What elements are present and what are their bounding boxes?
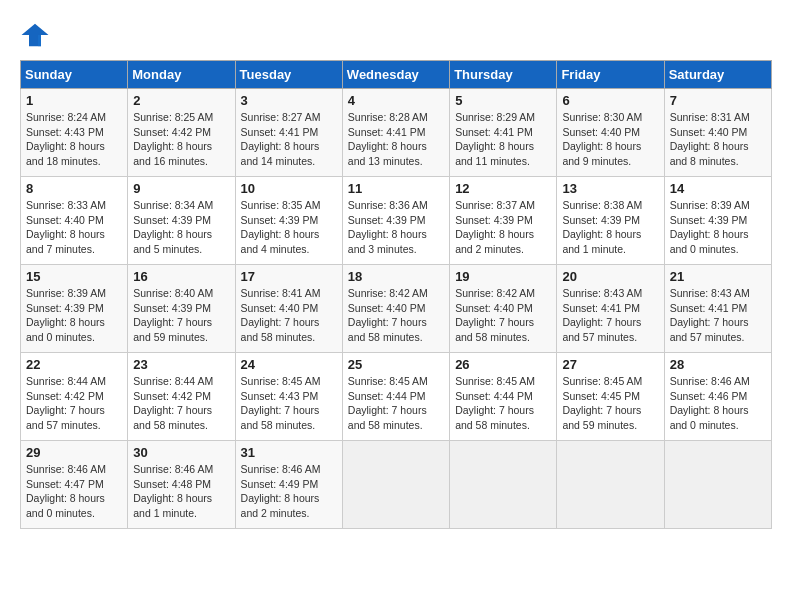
calendar-cell: 9 Sunrise: 8:34 AM Sunset: 4:39 PM Dayli…	[128, 177, 235, 265]
calendar-cell: 29 Sunrise: 8:46 AM Sunset: 4:47 PM Dayl…	[21, 441, 128, 529]
calendar-cell: 20 Sunrise: 8:43 AM Sunset: 4:41 PM Dayl…	[557, 265, 664, 353]
day-info: Sunrise: 8:24 AM Sunset: 4:43 PM Dayligh…	[26, 110, 122, 169]
svg-marker-0	[22, 24, 49, 47]
day-number: 19	[455, 269, 551, 284]
day-info: Sunrise: 8:45 AM Sunset: 4:43 PM Dayligh…	[241, 374, 337, 433]
day-info: Sunrise: 8:42 AM Sunset: 4:40 PM Dayligh…	[455, 286, 551, 345]
day-info: Sunrise: 8:40 AM Sunset: 4:39 PM Dayligh…	[133, 286, 229, 345]
logo-icon	[20, 20, 50, 50]
calendar-cell: 24 Sunrise: 8:45 AM Sunset: 4:43 PM Dayl…	[235, 353, 342, 441]
day-number: 14	[670, 181, 766, 196]
calendar-cell: 15 Sunrise: 8:39 AM Sunset: 4:39 PM Dayl…	[21, 265, 128, 353]
calendar-cell	[342, 441, 449, 529]
calendar-cell: 6 Sunrise: 8:30 AM Sunset: 4:40 PM Dayli…	[557, 89, 664, 177]
day-info: Sunrise: 8:46 AM Sunset: 4:48 PM Dayligh…	[133, 462, 229, 521]
calendar-week-row: 29 Sunrise: 8:46 AM Sunset: 4:47 PM Dayl…	[21, 441, 772, 529]
calendar-cell	[450, 441, 557, 529]
day-info: Sunrise: 8:44 AM Sunset: 4:42 PM Dayligh…	[133, 374, 229, 433]
day-number: 12	[455, 181, 551, 196]
calendar-week-row: 15 Sunrise: 8:39 AM Sunset: 4:39 PM Dayl…	[21, 265, 772, 353]
day-header-tuesday: Tuesday	[235, 61, 342, 89]
calendar-cell: 25 Sunrise: 8:45 AM Sunset: 4:44 PM Dayl…	[342, 353, 449, 441]
day-info: Sunrise: 8:46 AM Sunset: 4:49 PM Dayligh…	[241, 462, 337, 521]
day-number: 23	[133, 357, 229, 372]
calendar-cell: 3 Sunrise: 8:27 AM Sunset: 4:41 PM Dayli…	[235, 89, 342, 177]
calendar-cell: 10 Sunrise: 8:35 AM Sunset: 4:39 PM Dayl…	[235, 177, 342, 265]
calendar-cell: 5 Sunrise: 8:29 AM Sunset: 4:41 PM Dayli…	[450, 89, 557, 177]
day-number: 2	[133, 93, 229, 108]
day-info: Sunrise: 8:45 AM Sunset: 4:45 PM Dayligh…	[562, 374, 658, 433]
page-header	[20, 20, 772, 50]
day-number: 29	[26, 445, 122, 460]
day-number: 16	[133, 269, 229, 284]
day-number: 13	[562, 181, 658, 196]
day-info: Sunrise: 8:45 AM Sunset: 4:44 PM Dayligh…	[455, 374, 551, 433]
day-info: Sunrise: 8:33 AM Sunset: 4:40 PM Dayligh…	[26, 198, 122, 257]
day-number: 25	[348, 357, 444, 372]
day-number: 26	[455, 357, 551, 372]
day-info: Sunrise: 8:35 AM Sunset: 4:39 PM Dayligh…	[241, 198, 337, 257]
day-info: Sunrise: 8:43 AM Sunset: 4:41 PM Dayligh…	[562, 286, 658, 345]
day-info: Sunrise: 8:28 AM Sunset: 4:41 PM Dayligh…	[348, 110, 444, 169]
day-number: 9	[133, 181, 229, 196]
day-number: 10	[241, 181, 337, 196]
calendar-cell: 17 Sunrise: 8:41 AM Sunset: 4:40 PM Dayl…	[235, 265, 342, 353]
day-header-monday: Monday	[128, 61, 235, 89]
calendar-cell: 1 Sunrise: 8:24 AM Sunset: 4:43 PM Dayli…	[21, 89, 128, 177]
calendar-cell: 21 Sunrise: 8:43 AM Sunset: 4:41 PM Dayl…	[664, 265, 771, 353]
calendar-cell: 28 Sunrise: 8:46 AM Sunset: 4:46 PM Dayl…	[664, 353, 771, 441]
day-header-friday: Friday	[557, 61, 664, 89]
calendar-cell: 27 Sunrise: 8:45 AM Sunset: 4:45 PM Dayl…	[557, 353, 664, 441]
calendar-cell: 26 Sunrise: 8:45 AM Sunset: 4:44 PM Dayl…	[450, 353, 557, 441]
day-number: 7	[670, 93, 766, 108]
day-number: 8	[26, 181, 122, 196]
day-info: Sunrise: 8:30 AM Sunset: 4:40 PM Dayligh…	[562, 110, 658, 169]
calendar-week-row: 22 Sunrise: 8:44 AM Sunset: 4:42 PM Dayl…	[21, 353, 772, 441]
calendar-cell: 12 Sunrise: 8:37 AM Sunset: 4:39 PM Dayl…	[450, 177, 557, 265]
day-number: 15	[26, 269, 122, 284]
day-info: Sunrise: 8:34 AM Sunset: 4:39 PM Dayligh…	[133, 198, 229, 257]
day-number: 28	[670, 357, 766, 372]
day-number: 5	[455, 93, 551, 108]
day-number: 3	[241, 93, 337, 108]
calendar-cell	[664, 441, 771, 529]
day-number: 30	[133, 445, 229, 460]
calendar-cell: 8 Sunrise: 8:33 AM Sunset: 4:40 PM Dayli…	[21, 177, 128, 265]
calendar-cell: 18 Sunrise: 8:42 AM Sunset: 4:40 PM Dayl…	[342, 265, 449, 353]
calendar-cell: 13 Sunrise: 8:38 AM Sunset: 4:39 PM Dayl…	[557, 177, 664, 265]
calendar-cell: 23 Sunrise: 8:44 AM Sunset: 4:42 PM Dayl…	[128, 353, 235, 441]
calendar-cell: 14 Sunrise: 8:39 AM Sunset: 4:39 PM Dayl…	[664, 177, 771, 265]
calendar-cell: 19 Sunrise: 8:42 AM Sunset: 4:40 PM Dayl…	[450, 265, 557, 353]
day-info: Sunrise: 8:42 AM Sunset: 4:40 PM Dayligh…	[348, 286, 444, 345]
day-info: Sunrise: 8:45 AM Sunset: 4:44 PM Dayligh…	[348, 374, 444, 433]
day-number: 20	[562, 269, 658, 284]
day-header-thursday: Thursday	[450, 61, 557, 89]
calendar-week-row: 8 Sunrise: 8:33 AM Sunset: 4:40 PM Dayli…	[21, 177, 772, 265]
calendar-week-row: 1 Sunrise: 8:24 AM Sunset: 4:43 PM Dayli…	[21, 89, 772, 177]
calendar-cell	[557, 441, 664, 529]
day-number: 22	[26, 357, 122, 372]
day-header-wednesday: Wednesday	[342, 61, 449, 89]
calendar-cell: 4 Sunrise: 8:28 AM Sunset: 4:41 PM Dayli…	[342, 89, 449, 177]
day-number: 6	[562, 93, 658, 108]
day-number: 4	[348, 93, 444, 108]
calendar-cell: 2 Sunrise: 8:25 AM Sunset: 4:42 PM Dayli…	[128, 89, 235, 177]
calendar-cell: 7 Sunrise: 8:31 AM Sunset: 4:40 PM Dayli…	[664, 89, 771, 177]
day-info: Sunrise: 8:25 AM Sunset: 4:42 PM Dayligh…	[133, 110, 229, 169]
calendar-cell: 11 Sunrise: 8:36 AM Sunset: 4:39 PM Dayl…	[342, 177, 449, 265]
calendar-table: SundayMondayTuesdayWednesdayThursdayFrid…	[20, 60, 772, 529]
day-info: Sunrise: 8:29 AM Sunset: 4:41 PM Dayligh…	[455, 110, 551, 169]
calendar-cell: 30 Sunrise: 8:46 AM Sunset: 4:48 PM Dayl…	[128, 441, 235, 529]
day-info: Sunrise: 8:27 AM Sunset: 4:41 PM Dayligh…	[241, 110, 337, 169]
day-number: 27	[562, 357, 658, 372]
day-number: 1	[26, 93, 122, 108]
calendar-cell: 16 Sunrise: 8:40 AM Sunset: 4:39 PM Dayl…	[128, 265, 235, 353]
day-info: Sunrise: 8:39 AM Sunset: 4:39 PM Dayligh…	[26, 286, 122, 345]
day-info: Sunrise: 8:46 AM Sunset: 4:46 PM Dayligh…	[670, 374, 766, 433]
day-info: Sunrise: 8:31 AM Sunset: 4:40 PM Dayligh…	[670, 110, 766, 169]
day-number: 18	[348, 269, 444, 284]
day-number: 17	[241, 269, 337, 284]
day-info: Sunrise: 8:41 AM Sunset: 4:40 PM Dayligh…	[241, 286, 337, 345]
calendar-cell: 22 Sunrise: 8:44 AM Sunset: 4:42 PM Dayl…	[21, 353, 128, 441]
day-info: Sunrise: 8:37 AM Sunset: 4:39 PM Dayligh…	[455, 198, 551, 257]
